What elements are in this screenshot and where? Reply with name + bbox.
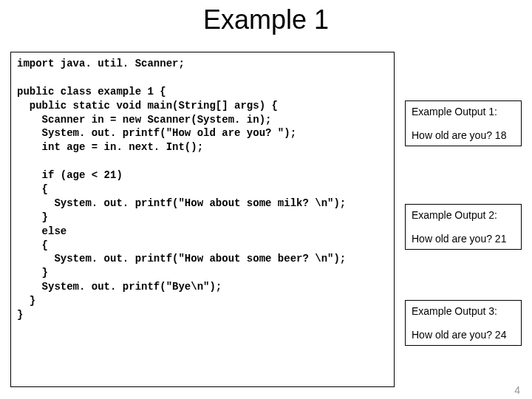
output-box-1: Example Output 1: How old are you? 18 bbox=[405, 100, 522, 146]
output-text: How old are you? 24 bbox=[412, 329, 515, 341]
output-box-3: Example Output 3: How old are you? 24 bbox=[405, 300, 522, 346]
slide: Example 1 import java. util. Scanner; pu… bbox=[0, 4, 532, 399]
page-number: 4 bbox=[514, 384, 520, 396]
code-block: import java. util. Scanner; public class… bbox=[10, 52, 395, 387]
page-title: Example 1 bbox=[0, 4, 532, 35]
output-text: How old are you? 18 bbox=[412, 129, 515, 141]
output-label: Example Output 1: bbox=[412, 106, 515, 117]
output-text: How old are you? 21 bbox=[412, 233, 515, 245]
output-box-2: Example Output 2: How old are you? 21 bbox=[405, 204, 522, 250]
output-label: Example Output 3: bbox=[412, 305, 515, 317]
output-label: Example Output 2: bbox=[412, 209, 515, 221]
